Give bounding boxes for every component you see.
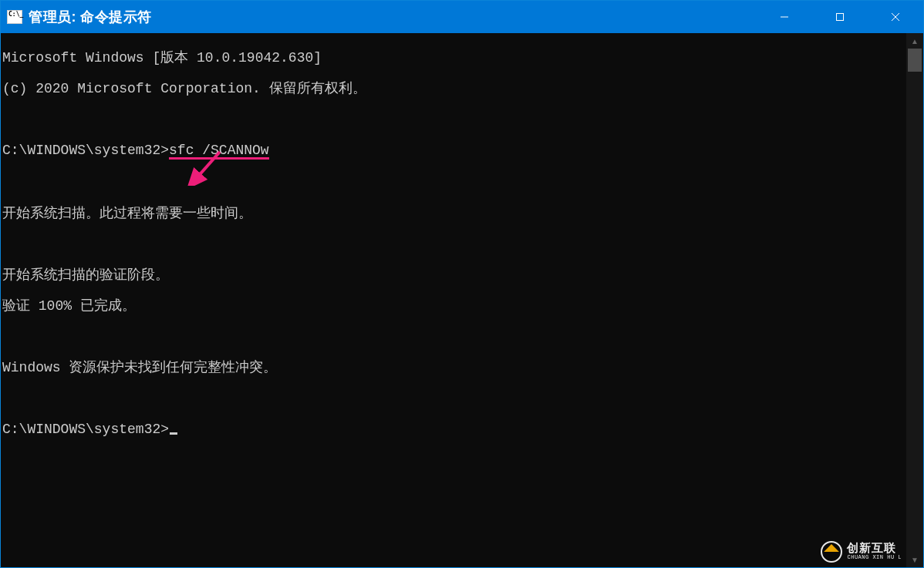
maximize-button[interactable] <box>812 1 868 33</box>
prompt2-path: C:\WINDOWS\system32> <box>2 422 169 437</box>
line-verify-phase: 开始系统扫描的验证阶段。 <box>2 267 906 283</box>
blank-line <box>2 329 906 344</box>
minimize-button[interactable] <box>757 1 812 33</box>
scroll-thumb[interactable] <box>908 49 922 72</box>
close-button[interactable] <box>868 1 923 33</box>
prompt-line-1: C:\WINDOWS\system32>sfc /SCANNOw <box>2 143 906 160</box>
cmd-icon <box>7 10 22 24</box>
scroll-down-icon[interactable]: ▼ <box>906 552 923 567</box>
maximize-icon <box>835 12 845 22</box>
minimize-icon <box>780 12 789 22</box>
prompt-line-2: C:\WINDOWS\system32> <box>2 422 906 437</box>
line-result: Windows 资源保护未找到任何完整性冲突。 <box>2 360 906 375</box>
terminal-output[interactable]: Microsoft Windows [版本 10.0.19042.630] (c… <box>1 33 906 567</box>
blank-line <box>2 112 906 127</box>
titlebar[interactable]: 管理员: 命令提示符 <box>1 1 923 33</box>
scroll-up-icon[interactable]: ▲ <box>906 33 923 49</box>
blank-line <box>2 391 906 406</box>
prompt1-command: sfc /SCANNOw <box>169 144 269 160</box>
line-verify-done: 验证 100% 已完成。 <box>2 298 906 314</box>
blank-line <box>2 175 906 190</box>
vertical-scrollbar[interactable]: ▲ ▼ <box>906 33 923 567</box>
window-title: 管理员: 命令提示符 <box>29 8 152 26</box>
watermark-en: CHUANG XIN HU L <box>847 555 902 560</box>
client-area: Microsoft Windows [版本 10.0.19042.630] (c… <box>1 33 923 567</box>
cmd-window: 管理员: 命令提示符 Microsoft Windows [版本 10.0.19… <box>0 0 924 568</box>
watermark: 创新互联 CHUANG XIN HU L <box>821 541 902 563</box>
cursor <box>170 432 177 435</box>
line-scan-start: 开始系统扫描。此过程将需要一些时间。 <box>2 206 906 221</box>
watermark-logo-icon <box>821 541 842 563</box>
line-version: Microsoft Windows [版本 10.0.19042.630] <box>2 50 906 66</box>
prompt1-path: C:\WINDOWS\system32> <box>2 143 169 158</box>
blank-line <box>2 237 906 252</box>
close-icon <box>891 12 900 22</box>
line-copyright: (c) 2020 Microsoft Corporation. 保留所有权利。 <box>2 81 906 96</box>
svg-rect-1 <box>837 14 844 21</box>
watermark-cn: 创新互联 <box>847 543 902 555</box>
